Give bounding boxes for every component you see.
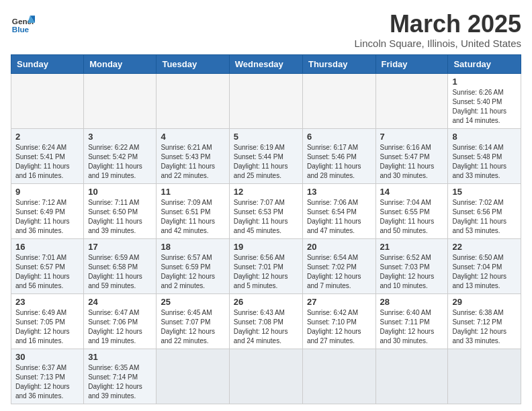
day-number: 18 (161, 242, 224, 252)
calendar-cell (229, 349, 302, 404)
calendar-week-row: 16Sunrise: 7:01 AM Sunset: 6:57 PM Dayli… (11, 238, 521, 293)
calendar-cell: 1Sunrise: 6:26 AM Sunset: 5:40 PM Daylig… (448, 73, 521, 128)
calendar-cell: 20Sunrise: 6:54 AM Sunset: 7:02 PM Dayli… (302, 238, 375, 293)
calendar-cell: 6Sunrise: 6:17 AM Sunset: 5:46 PM Daylig… (302, 128, 375, 183)
calendar-cell (84, 73, 157, 128)
calendar-cell: 26Sunrise: 6:43 AM Sunset: 7:08 PM Dayli… (229, 293, 302, 349)
calendar-cell (302, 73, 375, 128)
calendar-cell (302, 349, 375, 404)
logo-icon: General Blue (11, 11, 35, 35)
calendar-cell: 31Sunrise: 6:35 AM Sunset: 7:14 PM Dayli… (84, 349, 157, 404)
day-number: 22 (452, 242, 517, 252)
day-info: Sunrise: 6:52 AM Sunset: 7:03 PM Dayligh… (380, 253, 444, 291)
calendar-cell: 2Sunrise: 6:24 AM Sunset: 5:41 PM Daylig… (11, 128, 84, 183)
calendar-week-row: 30Sunrise: 6:37 AM Sunset: 7:13 PM Dayli… (11, 349, 521, 404)
title-area: March 2025 Lincoln Square, Illinois, Uni… (355, 11, 521, 49)
day-number: 25 (161, 297, 224, 307)
calendar-cell (157, 349, 229, 404)
weekday-header-sunday: Sunday (11, 54, 84, 73)
day-info: Sunrise: 6:56 AM Sunset: 7:01 PM Dayligh… (234, 253, 298, 291)
day-number: 9 (15, 187, 79, 197)
day-number: 21 (380, 242, 444, 252)
day-info: Sunrise: 7:07 AM Sunset: 6:53 PM Dayligh… (234, 198, 298, 236)
calendar-cell (448, 349, 521, 404)
day-info: Sunrise: 7:12 AM Sunset: 6:49 PM Dayligh… (15, 198, 79, 236)
calendar-cell: 12Sunrise: 7:07 AM Sunset: 6:53 PM Dayli… (229, 183, 302, 238)
day-number: 3 (88, 132, 152, 142)
calendar-cell (229, 73, 302, 128)
calendar-cell: 7Sunrise: 6:16 AM Sunset: 5:47 PM Daylig… (375, 128, 448, 183)
day-info: Sunrise: 6:16 AM Sunset: 5:47 PM Dayligh… (380, 143, 444, 181)
day-number: 13 (307, 187, 371, 197)
day-number: 8 (452, 132, 517, 142)
weekday-header-row: SundayMondayTuesdayWednesdayThursdayFrid… (11, 54, 521, 73)
day-info: Sunrise: 6:37 AM Sunset: 7:13 PM Dayligh… (15, 363, 79, 401)
day-number: 7 (380, 132, 444, 142)
calendar-cell: 17Sunrise: 6:59 AM Sunset: 6:58 PM Dayli… (84, 238, 157, 293)
calendar-cell (157, 73, 229, 128)
calendar-cell: 24Sunrise: 6:47 AM Sunset: 7:06 PM Dayli… (84, 293, 157, 349)
calendar-cell: 11Sunrise: 7:09 AM Sunset: 6:51 PM Dayli… (157, 183, 229, 238)
day-info: Sunrise: 6:24 AM Sunset: 5:41 PM Dayligh… (15, 143, 79, 181)
calendar-cell: 5Sunrise: 6:19 AM Sunset: 5:44 PM Daylig… (229, 128, 302, 183)
page-header: General Blue March 2025 Lincoln Square, … (11, 11, 521, 49)
weekday-header-friday: Friday (375, 54, 448, 73)
calendar-cell: 30Sunrise: 6:37 AM Sunset: 7:13 PM Dayli… (11, 349, 84, 404)
day-number: 31 (88, 352, 152, 362)
day-number: 23 (15, 297, 79, 307)
day-number: 14 (380, 187, 444, 197)
day-info: Sunrise: 6:38 AM Sunset: 7:12 PM Dayligh… (452, 308, 517, 346)
svg-text:Blue: Blue (12, 25, 30, 34)
calendar-cell: 27Sunrise: 6:42 AM Sunset: 7:10 PM Dayli… (302, 293, 375, 349)
calendar-cell: 13Sunrise: 7:06 AM Sunset: 6:54 PM Dayli… (302, 183, 375, 238)
calendar-cell: 3Sunrise: 6:22 AM Sunset: 5:42 PM Daylig… (84, 128, 157, 183)
calendar-cell: 18Sunrise: 6:57 AM Sunset: 6:59 PM Dayli… (157, 238, 229, 293)
day-number: 27 (307, 297, 371, 307)
day-number: 15 (452, 187, 517, 197)
day-number: 4 (161, 132, 224, 142)
day-number: 5 (234, 132, 298, 142)
day-number: 10 (88, 187, 152, 197)
day-info: Sunrise: 6:47 AM Sunset: 7:06 PM Dayligh… (88, 308, 152, 346)
day-info: Sunrise: 6:42 AM Sunset: 7:10 PM Dayligh… (307, 308, 371, 346)
calendar-week-row: 1Sunrise: 6:26 AM Sunset: 5:40 PM Daylig… (11, 73, 521, 128)
day-number: 28 (380, 297, 444, 307)
calendar-week-row: 2Sunrise: 6:24 AM Sunset: 5:41 PM Daylig… (11, 128, 521, 183)
weekday-header-thursday: Thursday (302, 54, 375, 73)
day-number: 16 (15, 242, 79, 252)
calendar-cell: 28Sunrise: 6:40 AM Sunset: 7:11 PM Dayli… (375, 293, 448, 349)
day-info: Sunrise: 7:02 AM Sunset: 6:56 PM Dayligh… (452, 198, 517, 236)
day-info: Sunrise: 6:35 AM Sunset: 7:14 PM Dayligh… (88, 363, 152, 401)
day-info: Sunrise: 6:14 AM Sunset: 5:48 PM Dayligh… (452, 143, 517, 181)
day-number: 24 (88, 297, 152, 307)
day-info: Sunrise: 6:40 AM Sunset: 7:11 PM Dayligh… (380, 308, 444, 346)
calendar-cell: 10Sunrise: 7:11 AM Sunset: 6:50 PM Dayli… (84, 183, 157, 238)
calendar-cell (375, 349, 448, 404)
weekday-header-monday: Monday (84, 54, 157, 73)
calendar-week-row: 9Sunrise: 7:12 AM Sunset: 6:49 PM Daylig… (11, 183, 521, 238)
calendar-table: SundayMondayTuesdayWednesdayThursdayFrid… (11, 54, 521, 404)
weekday-header-tuesday: Tuesday (157, 54, 229, 73)
day-number: 6 (307, 132, 371, 142)
day-info: Sunrise: 6:43 AM Sunset: 7:08 PM Dayligh… (234, 308, 298, 346)
calendar-cell: 19Sunrise: 6:56 AM Sunset: 7:01 PM Dayli… (229, 238, 302, 293)
day-info: Sunrise: 6:17 AM Sunset: 5:46 PM Dayligh… (307, 143, 371, 181)
calendar-cell: 15Sunrise: 7:02 AM Sunset: 6:56 PM Dayli… (448, 183, 521, 238)
day-number: 2 (15, 132, 79, 142)
location-title: Lincoln Square, Illinois, United States (355, 38, 521, 49)
calendar-cell: 25Sunrise: 6:45 AM Sunset: 7:07 PM Dayli… (157, 293, 229, 349)
day-info: Sunrise: 6:49 AM Sunset: 7:05 PM Dayligh… (15, 308, 79, 346)
day-info: Sunrise: 6:57 AM Sunset: 6:59 PM Dayligh… (161, 253, 224, 291)
calendar-cell: 14Sunrise: 7:04 AM Sunset: 6:55 PM Dayli… (375, 183, 448, 238)
day-info: Sunrise: 7:11 AM Sunset: 6:50 PM Dayligh… (88, 198, 152, 236)
month-title: March 2025 (355, 11, 521, 38)
day-number: 1 (452, 77, 517, 87)
day-number: 30 (15, 352, 79, 362)
weekday-header-wednesday: Wednesday (229, 54, 302, 73)
day-info: Sunrise: 6:50 AM Sunset: 7:04 PM Dayligh… (452, 253, 517, 291)
weekday-header-saturday: Saturday (448, 54, 521, 73)
calendar-cell: 22Sunrise: 6:50 AM Sunset: 7:04 PM Dayli… (448, 238, 521, 293)
day-number: 26 (234, 297, 298, 307)
calendar-cell: 16Sunrise: 7:01 AM Sunset: 6:57 PM Dayli… (11, 238, 84, 293)
day-info: Sunrise: 6:19 AM Sunset: 5:44 PM Dayligh… (234, 143, 298, 181)
